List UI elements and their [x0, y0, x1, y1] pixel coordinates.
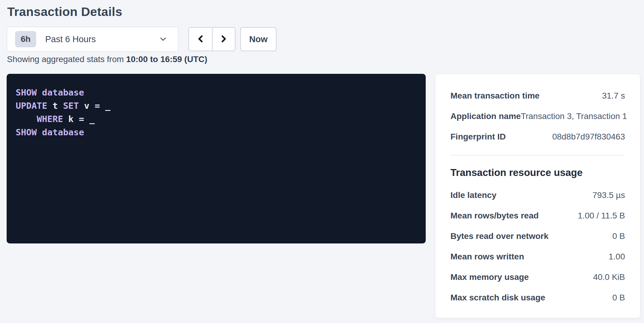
now-button[interactable]: Now [240, 27, 276, 51]
stat-value: 0 B [612, 293, 625, 303]
stat-row-bytes-read-over-network: Bytes read over network 0 B [450, 226, 625, 246]
stat-value: 1.00 [609, 252, 625, 262]
sql-line: UPDATE t SET v = _ [16, 99, 417, 112]
stat-row-application-name: Application name Transaction 3, Transact… [450, 106, 625, 127]
sql-line: SHOW database [16, 126, 417, 139]
stat-label: Fingerprint ID [450, 132, 506, 142]
aggregated-stats-summary: Showing aggregated stats from 10:00 to 1… [7, 54, 207, 64]
sql-code: SHOW databaseUPDATE t SET v = _ WHERE k … [16, 86, 417, 139]
resource-usage-heading: Transaction resource usage [450, 166, 625, 180]
stat-label: Idle latency [450, 190, 497, 200]
previous-timeframe-button[interactable] [189, 28, 212, 51]
time-range-dropdown[interactable]: 6h Past 6 Hours [7, 27, 178, 52]
stat-value: 793.5 µs [592, 190, 625, 200]
stat-row-fingerprint-id: Fingerprint ID 08d8b7d97f830463 [450, 127, 625, 147]
sql-line: SHOW database [16, 86, 417, 99]
summary-prefix: Showing aggregated stats from [7, 55, 126, 64]
card-divider [450, 155, 625, 155]
next-timeframe-button[interactable] [212, 28, 235, 51]
stat-row-mean-rows-written: Mean rows written 1.00 [450, 246, 625, 267]
summary-range: 10:00 to 16:59 (UTC) [126, 55, 207, 64]
stat-label: Bytes read over network [450, 231, 548, 241]
stat-label: Max memory usage [450, 272, 529, 282]
stat-label: Mean rows written [450, 252, 524, 262]
stat-label: Mean transaction time [450, 91, 540, 101]
stat-row-mean-transaction-time: Mean transaction time 31.7 s [450, 86, 625, 106]
stat-row-mean-rows-bytes-read: Mean rows/bytes read 1.00 / 11.5 B [450, 205, 625, 226]
stat-value: 31.7 s [602, 91, 625, 101]
chevron-right-icon [218, 33, 229, 45]
stat-label: Application name [450, 111, 521, 121]
chevron-left-icon [195, 33, 206, 45]
stat-label: Max scratch disk usage [450, 293, 545, 303]
transaction-stats-card: Mean transaction time 31.7 s Application… [435, 74, 640, 318]
stat-value: 0 B [612, 231, 625, 241]
time-range-label: Past 6 Hours [45, 34, 159, 44]
time-controls: 6h Past 6 Hours Now [7, 27, 276, 52]
transaction-sql-statement-box: SHOW databaseUPDATE t SET v = _ WHERE k … [7, 74, 426, 243]
time-range-badge: 6h [15, 31, 36, 47]
page-title: Transaction Details [7, 4, 122, 19]
sql-line: WHERE k = _ [16, 112, 417, 126]
stat-row-idle-latency: Idle latency 793.5 µs [450, 185, 625, 205]
time-step-button-group [188, 27, 235, 51]
stat-row-max-memory-usage: Max memory usage 40.0 KiB [450, 267, 625, 287]
chevron-down-icon [159, 35, 168, 44]
stat-label: Mean rows/bytes read [450, 211, 539, 221]
stat-value: Transaction 3, Transaction 1 [521, 111, 627, 121]
stat-value: 40.0 KiB [593, 272, 625, 282]
stat-value: 1.00 / 11.5 B [578, 211, 625, 221]
stat-value: 08d8b7d97f830463 [552, 132, 625, 142]
stat-row-max-scratch-disk-usage: Max scratch disk usage 0 B [450, 287, 625, 308]
